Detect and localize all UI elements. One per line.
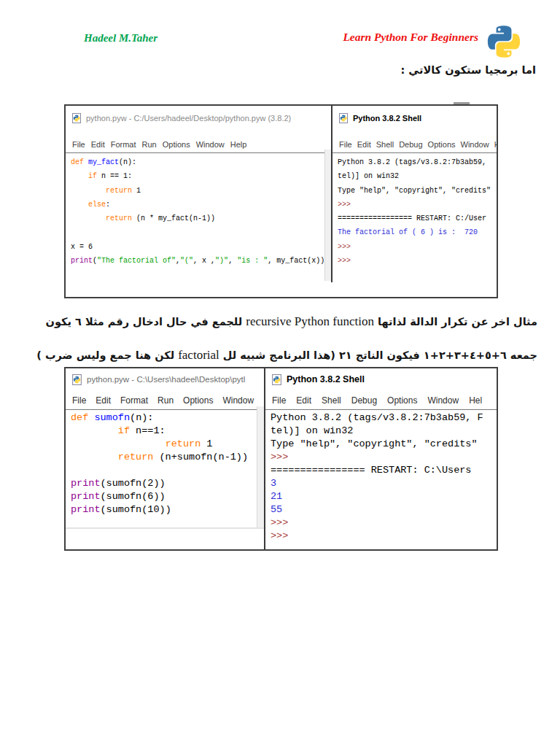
arabic-text: جمعه ٦+٥+٤+٣+٢+١ فيكون الناتج ٢١ (هذا ال… <box>219 349 537 361</box>
shell-output-area[interactable]: Python 3.8.2 (tags/v3.8.2:7b3ab59, Ftel)… <box>265 410 497 543</box>
menu-item-h[interactable]: H <box>494 140 497 149</box>
editor-window-bottom-edge <box>66 527 264 529</box>
menu-item-debug[interactable]: Debug <box>351 395 377 406</box>
code-line: if n == 1: <box>71 169 331 183</box>
code-token: else <box>88 201 106 209</box>
python-file-icon <box>72 374 82 385</box>
code-token: 1 <box>132 187 141 195</box>
menu-item-hel[interactable]: Hel <box>469 395 482 406</box>
code-token: The factorial of ( 6 ) is : 720 <box>338 228 478 236</box>
code-line: print(sumofn(10)) <box>71 503 264 516</box>
code-line: >>> <box>271 516 497 530</box>
menu-item-window[interactable]: Window <box>461 140 489 149</box>
menu-item-format[interactable]: Format <box>120 395 148 406</box>
python-shell-icon <box>272 374 281 385</box>
shell-titlebar: Python 3.8.2 Shell <box>265 368 497 390</box>
menu-item-shell[interactable]: Shell <box>376 140 394 149</box>
code-token: ")" <box>215 257 228 265</box>
shell-window-title: Python 3.8.2 Shell <box>287 374 365 384</box>
menu-item-file[interactable]: File <box>72 395 86 406</box>
menu-item-file[interactable]: File <box>272 395 286 406</box>
menu-item-options[interactable]: Options <box>163 140 190 149</box>
code-token: >>> <box>271 452 288 462</box>
arabic-text: للجمع في حال ادخال رقم مثلا ٦ يكون <box>46 316 246 328</box>
code-token: if <box>88 172 97 180</box>
code-token: 3 <box>271 478 276 489</box>
code-token: return <box>106 187 132 195</box>
code-line: 21 <box>271 490 497 503</box>
editor-code-area[interactable]: def sumofn(n): if n==1: return 1 return … <box>66 410 264 516</box>
code-token: return <box>166 438 201 449</box>
code-token <box>71 172 88 180</box>
editor-menubar: FileEditFormatRunOptionsWindow <box>66 390 264 410</box>
code-token: sumofn <box>94 412 130 423</box>
menu-item-file[interactable]: File <box>72 140 85 149</box>
code-token: def <box>71 412 88 423</box>
shell-output-area[interactable]: Python 3.8.2 (tags/v3.8.2:7b3ab59,tel)] … <box>332 153 497 268</box>
menu-item-shell[interactable]: Shell <box>322 395 341 406</box>
code-line: The factorial of ( 6 ) is : 720 <box>338 225 497 239</box>
code-line: Type "help", "copyright", "credits" <box>338 184 497 198</box>
code-line: ================ RESTART: C:\Users <box>271 464 497 477</box>
code-token: print <box>71 491 101 502</box>
menu-item-edit[interactable]: Edit <box>96 395 111 406</box>
code-token: def <box>71 158 84 166</box>
code-token: >>> <box>271 517 288 528</box>
course-title: Learn Python For Beginners <box>343 31 478 44</box>
paragraph-line-1: مثال اخر عن تكرار الدالة لذاتها recursiv… <box>46 305 537 338</box>
code-token: tel)] on win32 <box>338 172 399 180</box>
idle-shell-window: Python 3.8.2 Shell FileEditShellDebugOpt… <box>332 106 497 297</box>
menu-item-window[interactable]: Window <box>427 395 459 406</box>
menu-item-options[interactable]: Options <box>428 140 456 149</box>
code-line: def sumofn(n): <box>71 411 264 425</box>
code-token: , my_fact(x)) <box>268 257 324 265</box>
editor-scrollbar[interactable] <box>324 150 331 281</box>
code-token: n == 1: <box>97 172 132 180</box>
code-token: (n+sumofn(n-1)) <box>153 452 248 462</box>
python-file-icon <box>72 113 81 123</box>
code-token: Type "help", "copyright", "credits" <box>338 187 491 195</box>
code-token <box>71 187 106 195</box>
screenshot-sumofn: python.pyw - C:\Users\hadeel\Desktop\pyt… <box>64 367 498 551</box>
editor-code-area[interactable]: def my_fact(n): if n == 1: return 1 else… <box>66 153 331 268</box>
menu-item-options[interactable]: Options <box>387 395 417 406</box>
menu-item-file[interactable]: File <box>339 140 352 149</box>
code-token: my_fact <box>88 158 119 166</box>
code-token: (sumofn(10)) <box>101 504 171 515</box>
editor-scrollbar[interactable] <box>257 406 264 527</box>
code-line: Type "help", "copyright", "credits" <box>271 438 497 451</box>
menu-item-options[interactable]: Options <box>183 395 213 406</box>
editor-window-title: python.pyw - C:/Users/hadeel/Desktop/pyt… <box>86 114 291 123</box>
code-token: return <box>106 214 132 222</box>
code-token: "(" <box>180 257 193 265</box>
code-token: "The factorial of" <box>97 257 176 265</box>
code-token: ================ RESTART: C:\Users <box>271 465 471 476</box>
code-line: if n==1: <box>71 425 264 438</box>
code-line: def my_fact(n): <box>71 155 331 169</box>
code-line: return 1 <box>71 184 331 198</box>
code-line: else: <box>71 198 331 212</box>
latin-text: factorial <box>178 348 219 362</box>
menu-item-window[interactable]: Window <box>196 140 225 149</box>
code-token <box>71 214 106 222</box>
intro-arabic-line: اما برمجيا ستكون كالاتي : <box>400 64 536 76</box>
code-token: Type "help", "copyright", "credits" <box>271 438 478 449</box>
shell-menubar: FileEditShellDebugOptionsWindowHel <box>265 390 497 410</box>
menu-item-debug[interactable]: Debug <box>399 140 422 149</box>
code-token: (n): <box>130 412 153 423</box>
menu-item-run[interactable]: Run <box>142 140 157 149</box>
code-token: (n * my_fact(n-1)) <box>132 214 215 222</box>
code-token: , x , <box>193 257 215 265</box>
menu-item-edit[interactable]: Edit <box>91 140 105 149</box>
screenshot-factorial: python.pyw - C:/Users/hadeel/Desktop/pyt… <box>64 104 498 298</box>
menu-item-format[interactable]: Format <box>111 140 136 149</box>
menu-item-edit[interactable]: Edit <box>296 395 311 406</box>
menu-item-run[interactable]: Run <box>158 395 174 406</box>
menu-item-window[interactable]: Window <box>222 395 254 406</box>
menu-item-help[interactable]: Help <box>230 140 247 149</box>
code-token: >>> <box>338 201 351 209</box>
arabic-text: لكن هنا جمع وليس ضرب ) <box>36 349 178 361</box>
code-line: return (n * my_fact(n-1)) <box>71 212 331 225</box>
menu-item-edit[interactable]: Edit <box>357 140 371 149</box>
idle-shell-window: Python 3.8.2 Shell FileEditShellDebugOpt… <box>265 368 497 549</box>
